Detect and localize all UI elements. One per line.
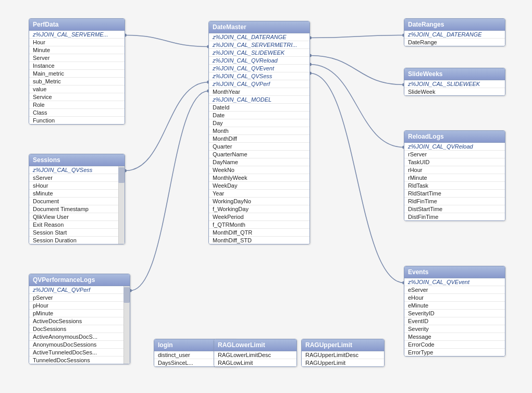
table-row[interactable]: MonthDiff_QTR [209, 229, 310, 237]
table-row[interactable]: z%JOIN_CAL_QVSess [209, 72, 310, 80]
table-header-events[interactable]: Events [404, 266, 505, 278]
table-row[interactable]: pServer [29, 294, 123, 302]
table-header-qvperformancelogs[interactable]: QVPerformanceLogs [29, 274, 130, 286]
table-body-raglowerlimit: RAGLowerLimitDescRAGLowLimit [214, 351, 296, 366]
table-row[interactable]: WeekNo [209, 166, 310, 174]
table-row[interactable]: eMinute [404, 302, 505, 310]
table-row[interactable]: WeekDay [209, 182, 310, 190]
table-row[interactable]: DateId [209, 104, 310, 112]
table-row[interactable]: DistFinTime [404, 213, 505, 220]
table-row[interactable]: sMinute [29, 190, 118, 198]
table-row[interactable]: sHour [29, 182, 118, 190]
table-row[interactable]: z%JOIN_CAL_QVReload [404, 143, 505, 151]
table-row[interactable]: Main_metric [29, 70, 125, 78]
table-row[interactable]: RAGLowerLimitDesc [214, 351, 296, 359]
table-row[interactable]: rMinute [404, 174, 505, 182]
table-row[interactable]: z%JOIN_CAL_SLIDEWEEK [404, 80, 505, 88]
table-row[interactable]: TaskUID [404, 158, 505, 166]
table-header-datemaster[interactable]: DateMaster [209, 21, 310, 33]
table-row[interactable]: z%JOIN_CAL_QVSess [29, 166, 118, 174]
table-row[interactable]: z%JOIN_CAL_QVEvent [209, 65, 310, 72]
table-row[interactable]: Severity [404, 325, 505, 333]
table-row[interactable]: ActiveAnonymousDocS... [29, 333, 123, 341]
table-row[interactable]: f_QTRMonth [209, 221, 310, 229]
table-row[interactable]: Session Start [29, 229, 118, 237]
table-row[interactable]: Service [29, 93, 125, 101]
table-row[interactable]: z%JOIN_CAL_SERVERME... [29, 31, 125, 39]
table-row[interactable]: Session Duration [29, 237, 118, 244]
table-row[interactable]: WorkingDayNo [209, 198, 310, 205]
table-row[interactable]: Day [209, 119, 310, 127]
table-body-dateranges: z%JOIN_CAL_DATERANGEDateRange [404, 31, 505, 46]
table-row[interactable]: z%JOIN_CAL_QVEvent [404, 278, 505, 286]
table-header-ragupperlimit[interactable]: RAGUpperLimit [302, 339, 384, 351]
table-row[interactable]: Date [209, 112, 310, 119]
table-row[interactable]: DocSessions [29, 325, 123, 333]
table-row[interactable]: ErrorCode [404, 341, 505, 349]
table-row[interactable]: Instance [29, 62, 125, 70]
table-row[interactable]: QuarterName [209, 151, 310, 158]
table-row[interactable]: WeekPeriod [209, 213, 310, 221]
table-body-slideweeks: z%JOIN_CAL_SLIDEWEEKSlideWeek [404, 80, 505, 95]
table-row[interactable]: DistStartTime [404, 205, 505, 213]
table-header-slideweeks[interactable]: SlideWeeks [404, 68, 505, 80]
table-row[interactable]: z%JOIN_CAL_QVPerf [209, 80, 310, 88]
table-row[interactable]: Year [209, 190, 310, 198]
table-row[interactable]: sub_Metric [29, 78, 125, 85]
table-row[interactable]: RAGLowLimit [214, 359, 296, 366]
table-header-dateranges[interactable]: DateRanges [404, 19, 505, 31]
table-row[interactable]: z%JOIN_CAL_QVReload [209, 57, 310, 65]
table-row[interactable]: RldTask [404, 182, 505, 190]
table-row[interactable]: sServer [29, 174, 118, 182]
table-row[interactable]: Hour [29, 39, 125, 46]
table-row[interactable]: RldStartTime [404, 190, 505, 198]
table-row[interactable]: eServer [404, 286, 505, 294]
table-row[interactable]: Function [29, 117, 125, 124]
table-row[interactable]: MonthlyWeek [209, 174, 310, 182]
table-row[interactable]: Server [29, 54, 125, 62]
table-header-perfdata[interactable]: PerfData [29, 19, 125, 31]
table-row[interactable]: eHour [404, 294, 505, 302]
table-row[interactable]: Quarter [209, 143, 310, 151]
table-row[interactable]: Class [29, 109, 125, 117]
table-row[interactable]: MonthDiff [209, 135, 310, 143]
table-header-reloadlogs[interactable]: ReloadLogs [404, 131, 505, 143]
table-row[interactable]: SlideWeek [404, 88, 505, 95]
table-row[interactable]: RldFinTime [404, 198, 505, 205]
table-row[interactable]: TunneledDocSessions [29, 357, 123, 364]
table-row[interactable]: f_WorkingDay [209, 205, 310, 213]
table-row[interactable]: z%JOIN_CAL_SERVERMETRI... [209, 41, 310, 49]
table-row[interactable]: DayName [209, 158, 310, 166]
table-row[interactable]: RAGUpperLimitDesc [302, 351, 384, 359]
table-row[interactable]: QlikView User [29, 213, 118, 221]
table-row[interactable]: pHour [29, 302, 123, 310]
table-row[interactable]: Month [209, 127, 310, 135]
table-row[interactable]: rHour [404, 166, 505, 174]
table-row[interactable]: rServer [404, 151, 505, 158]
table-row[interactable]: AnonymousDocSessions [29, 341, 123, 349]
table-row[interactable]: ActiveDocSessions [29, 317, 123, 325]
table-row[interactable]: MonthYear [209, 88, 310, 96]
table-row[interactable]: Minute [29, 46, 125, 54]
table-row[interactable]: EventID [404, 317, 505, 325]
table-row[interactable]: value [29, 85, 125, 93]
table-row[interactable]: DateRange [404, 39, 505, 46]
table-row[interactable]: SeverityID [404, 310, 505, 317]
table-row[interactable]: Message [404, 333, 505, 341]
table-header-raglowerlimit[interactable]: RAGLowerLimit [214, 339, 296, 351]
table-row[interactable]: z%JOIN_CAL_QVPerf [29, 286, 123, 294]
table-row[interactable]: MonthDiff_STD [209, 237, 310, 244]
table-row[interactable]: z%JOIN_CAL_DATERANGE [209, 33, 310, 41]
table-row[interactable]: z%JOIN_CAL_DATERANGE [404, 31, 505, 39]
table-row[interactable]: Document Timestamp [29, 205, 118, 213]
table-row[interactable]: ErrorType [404, 349, 505, 356]
table-row[interactable]: z%JOIN_CAL_MODEL [209, 96, 310, 104]
table-row[interactable]: Document [29, 198, 118, 205]
table-row[interactable]: Exit Reason [29, 221, 118, 229]
table-row[interactable]: RAGUpperLimit [302, 359, 384, 366]
table-row[interactable]: Role [29, 101, 125, 109]
table-header-sessions[interactable]: Sessions [29, 154, 125, 166]
table-row[interactable]: z%JOIN_CAL_SLIDEWEEK [209, 49, 310, 57]
table-row[interactable]: pMinute [29, 310, 123, 317]
table-row[interactable]: ActiveTunneledDocSes... [29, 349, 123, 357]
